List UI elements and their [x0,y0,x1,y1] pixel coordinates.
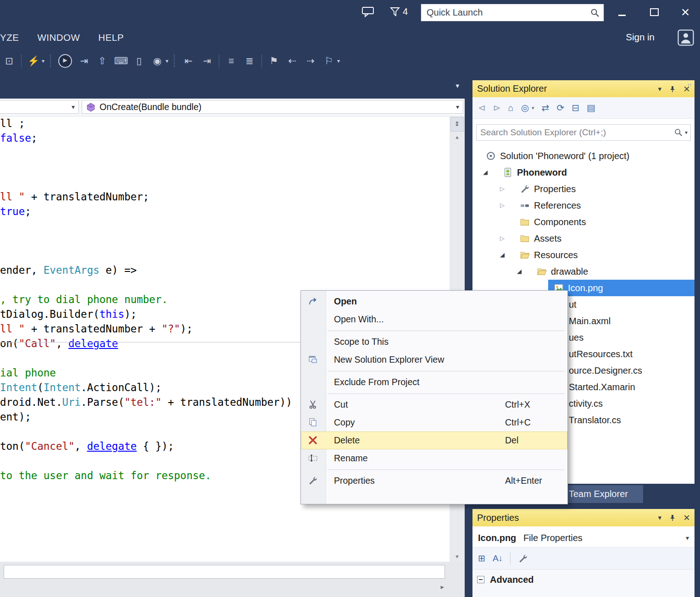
expanded-arrow-icon[interactable]: ◢ [499,247,506,263]
minimize-button[interactable] [613,3,631,21]
toolbar-overflow-icon[interactable]: '' [688,82,692,90]
code-line: ton("Cancel", delegate { }); [0,439,174,453]
main-toolbar: ⊡⚡▾▶⇥⇧⌨▯◉▾⇤⇥≡≣⚑⇠⇢⚐▾ [0,50,700,72]
property-pages-icon[interactable] [518,553,528,564]
context-menu-item-scope-to-this[interactable]: Scope to This [301,333,567,351]
close-icon[interactable]: × [683,514,690,522]
line-outdent-icon[interactable]: ≣ [243,54,256,68]
context-menu-item-rename[interactable]: Rename [301,449,567,467]
collapse-all-icon[interactable]: ⊟ [572,102,579,113]
tree-item-drawable[interactable]: ◢drawable [472,263,694,280]
tree-item-phoneword[interactable]: ◢Phoneword [472,164,694,181]
properties-section-advanced[interactable]: Advanced [472,569,694,597]
tree-item-label: Components [534,214,586,230]
toolbar-dropdown-icon[interactable]: ▾ [337,58,340,64]
newview-icon [308,354,318,365]
install-package-icon[interactable]: ⇧ [96,54,109,68]
context-menu-item-open[interactable]: Open [301,293,567,310]
scope-icon[interactable]: ◎ [521,102,529,113]
chevron-down-icon[interactable]: ▾ [532,105,534,111]
clear-bookmarks-icon[interactable]: ⚐ [322,54,335,68]
collapsed-arrow-icon[interactable]: ▷ [499,197,506,214]
navigate-forward-icon[interactable]: ⇥ [200,54,213,68]
toolbar-dropdown-icon[interactable]: ▾ [42,58,44,64]
preview-selected-items-icon[interactable]: ▤ [587,102,595,113]
menu-item-shortcut: Ctrl+X [505,396,530,414]
search-icon[interactable] [674,128,683,137]
toolbar-dropdown-icon[interactable]: ▾ [166,58,168,64]
tree-item-assets[interactable]: ▷Assets [472,230,694,247]
splitter-handle[interactable]: ⇕ [450,117,464,132]
context-menu-item-cut[interactable]: CutCtrl+X [301,396,567,414]
expanded-arrow-icon[interactable]: ◢ [482,164,489,181]
pin-icon[interactable] [669,85,676,93]
alphabetical-icon[interactable]: A↓ [493,553,503,564]
tree-item-solution-phoneword-1-project[interactable]: Solution 'Phoneword' (1 project) [472,148,694,164]
scroll-down-icon[interactable]: ▾ [450,553,465,560]
toolbar-separator [261,55,262,67]
chevron-down-icon[interactable]: ▾ [685,129,688,136]
menu-item-help[interactable]: HELP [98,32,124,43]
emulator-icon[interactable]: ◉ [151,54,164,68]
tree-item-references[interactable]: ▷References [472,197,694,214]
tab-overflow-icon[interactable]: ▾ [456,82,459,90]
context-menu-item-delete[interactable]: DeleteDel [301,431,567,449]
window-position-icon[interactable]: ▾ [658,514,661,522]
window-position-icon[interactable]: ▾ [658,85,661,93]
deploy-icon[interactable]: ⇥ [78,54,90,68]
context-menu-item-properties[interactable]: PropertiesAlt+Enter [301,472,567,490]
pin-icon[interactable] [669,514,676,521]
next-bookmark-icon[interactable]: ⇢ [304,54,317,68]
solution-explorer-header: Solution Explorer ▾ × [472,80,694,97]
collapse-icon[interactable] [477,576,484,583]
start-debug-icon[interactable]: ▶ [58,54,72,68]
attach-icon[interactable]: ⚡ [27,54,40,68]
refresh-icon[interactable]: ⟳ [556,102,564,113]
quick-launch-input[interactable] [421,7,590,18]
collapsed-arrow-icon[interactable]: ▷ [499,230,506,247]
navigate-back-icon[interactable]: ⇤ [182,54,195,68]
expanded-arrow-icon[interactable]: ◢ [516,263,523,280]
sign-in-link[interactable]: Sign in [626,32,655,43]
tree-item-components[interactable]: Components [472,214,694,230]
context-menu-item-open-with[interactable]: Open With... [301,310,567,328]
back-icon[interactable]: ⊲ [478,102,486,113]
maximize-button[interactable] [645,3,663,21]
tree-item-resources[interactable]: ◢Resources [472,247,694,263]
toggle-bookmark-icon[interactable]: ⚑ [267,54,280,68]
home-icon[interactable]: ⌂ [508,103,514,113]
adornment-line [0,342,301,343]
context-menu-item-copy[interactable]: CopyCtrl+C [301,414,567,431]
horizontal-scrollbar[interactable]: ▸ [0,562,465,597]
categorized-icon[interactable]: ⊞ [478,553,485,564]
object-selector[interactable]: Icon.png File Properties ▾ [472,528,694,547]
search-icon[interactable] [590,8,600,18]
line-indent-icon[interactable]: ≡ [225,54,238,68]
feedback-icon[interactable] [361,6,374,19]
dock-window-icon[interactable]: ⊡ [3,54,16,68]
device-icon[interactable]: ▯ [133,54,145,68]
tree-item-label: Solution 'Phoneword' (1 project) [500,148,629,164]
scrollbar-thumb[interactable] [4,565,445,579]
notifications-filter-icon[interactable] [390,6,400,19]
context-menu-item-exclude-from-project[interactable]: Exclude From Project [301,373,567,391]
tree-item-properties[interactable]: ▷Properties [472,181,694,197]
code-line: ll " + translatedNumber + "?"); [0,321,193,336]
context-menu-item-new-solution-explorer-view[interactable]: New Solution Explorer View [301,351,567,369]
sync-with-active-document-icon[interactable]: ⇄ [542,102,550,113]
menu-item-window[interactable]: WINDOW [37,32,80,43]
code-line: ll ; [0,116,25,131]
scroll-right-icon[interactable]: ▸ [440,583,444,591]
collapsed-arrow-icon[interactable]: ▷ [499,181,506,197]
close-window-button[interactable]: × [676,3,694,21]
console-icon[interactable]: ⌨ [114,54,127,68]
types-dropdown[interactable]: ▾ [0,100,79,114]
prev-bookmark-icon[interactable]: ⇠ [286,54,299,68]
scroll-up-icon[interactable]: ▴ [450,133,465,140]
context-menu-items: OpenOpen With...Scope to ThisNew Solutio… [301,291,567,504]
user-avatar-icon[interactable] [678,28,694,49]
forward-icon[interactable]: ⊳ [493,102,501,113]
members-dropdown[interactable]: OnCreate(Bundle bundle) ▾ [82,100,463,114]
solution-search-input[interactable] [477,127,674,138]
menu-item-yze[interactable]: YZE [0,32,19,43]
